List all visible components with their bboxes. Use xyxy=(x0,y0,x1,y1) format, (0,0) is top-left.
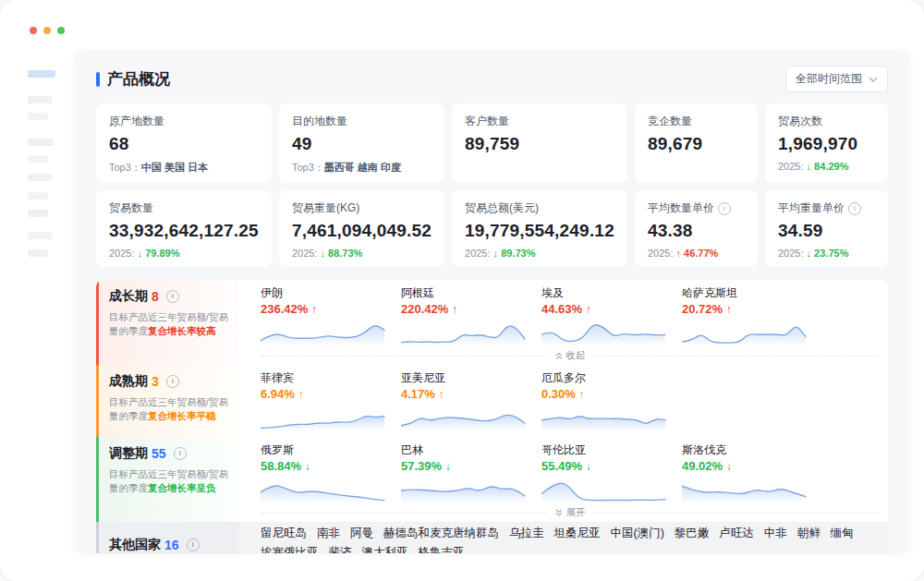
section-adjust: 调整期 55i目标产品近三年贸易额/贸易量的季度复合增长率呈负俄罗斯58.84%… xyxy=(96,437,888,522)
sidebar-skeleton-item[interactable] xyxy=(28,70,55,78)
other-country[interactable]: 黎巴嫩 xyxy=(675,526,710,541)
other-country[interactable]: 缅甸 xyxy=(831,526,854,541)
country-growth-pct: 20.72% ↑ xyxy=(682,301,822,318)
info-icon[interactable]: i xyxy=(848,202,861,215)
other-country[interactable]: 留尼旺岛 xyxy=(261,526,307,541)
dotted-line xyxy=(261,513,547,514)
stat-yoy: 2025: ↓ 79.89% xyxy=(109,248,259,259)
section-count: 8 xyxy=(152,289,159,304)
other-country[interactable]: 阿曼 xyxy=(350,526,373,541)
section-content: 伊朗236.42% ↑阿根廷220.42% ↑埃及44.63% ↑哈萨克斯坦20… xyxy=(238,280,888,365)
expand-link[interactable]: 展开 xyxy=(554,506,586,519)
stat-value: 89,679 xyxy=(648,134,745,154)
info-icon[interactable]: i xyxy=(187,539,200,551)
section-title: 调整期 55i xyxy=(109,445,229,462)
other-country[interactable]: 中国(澳门) xyxy=(611,526,664,541)
country-card[interactable]: 斯洛伐克49.02% ↓ xyxy=(682,442,822,503)
country-card[interactable]: 亚美尼亚4.17% ↑ xyxy=(401,370,541,431)
country-growth-pct: 4.17% ↑ xyxy=(401,386,541,403)
other-country[interactable]: 南非 xyxy=(317,526,340,541)
section-desc: 目标产品近三年贸易额/贸易量的季度复合增长率平稳 xyxy=(109,395,229,423)
sidebar-skeleton-item[interactable] xyxy=(28,139,54,146)
stat-top3: Top3：中国 美国 日本 xyxy=(109,161,259,175)
section-label: 其他国家16i xyxy=(96,522,238,553)
stat-value: 34.59 xyxy=(778,221,875,241)
section-title: 成熟期 3i xyxy=(109,373,229,390)
info-icon[interactable]: i xyxy=(174,447,187,460)
country-card[interactable]: 厄瓜多尔0.30% ↑ xyxy=(541,370,682,431)
sidebar-skeleton-item[interactable] xyxy=(28,249,48,257)
info-icon[interactable]: i xyxy=(166,290,179,303)
stat-label: 平均重量单价i xyxy=(778,200,875,216)
dotted-line xyxy=(593,356,880,357)
stat-label: 原产地数量 xyxy=(109,114,259,129)
section-label: 成长期 8i目标产品近三年贸易额/贸易量的季度复合增长率较高 xyxy=(96,280,238,365)
time-range-select[interactable]: 全部时间范围 xyxy=(785,66,888,92)
country-card[interactable]: 埃及44.63% ↑ xyxy=(541,285,682,346)
chevrons-down-icon xyxy=(554,508,564,517)
trend-sparkline xyxy=(682,319,822,346)
country-card[interactable]: 伊朗236.42% ↑ xyxy=(261,285,401,346)
country-card[interactable]: 俄罗斯58.84% ↓ xyxy=(261,442,401,503)
section-count: 3 xyxy=(152,374,159,389)
main-panel: 产品概况 全部时间范围 原产地数量68Top3：中国 美国 日本目的地数量49T… xyxy=(74,51,910,553)
trend-sparkline xyxy=(261,319,401,346)
country-card[interactable]: 哥伦比亚55.49% ↓ xyxy=(541,442,682,503)
trend-sparkline xyxy=(682,476,822,503)
country-growth-pct: 58.84% ↓ xyxy=(261,458,401,475)
sidebar-skeleton-item[interactable] xyxy=(28,174,52,181)
stat-card-2: 目的地数量49Top3：墨西哥 越南 印度 xyxy=(279,103,444,183)
country-name: 亚美尼亚 xyxy=(401,370,541,385)
country-grid: 菲律宾6.94% ↑亚美尼亚4.17% ↑厄瓜多尔0.30% ↑ xyxy=(261,370,884,431)
stat-card-5: 贸易次数1,969,9702025: ↓ 84.29% xyxy=(765,103,888,183)
other-country[interactable]: 赫德岛和麦克唐纳群岛 xyxy=(383,526,499,541)
country-name: 厄瓜多尔 xyxy=(541,370,682,385)
sidebar-skeleton-item[interactable] xyxy=(28,155,48,163)
stat-yoy: 2025: ↓ 84.29% xyxy=(778,161,875,172)
other-country[interactable]: 朝鲜 xyxy=(797,526,821,541)
other-country[interactable]: 斐济 xyxy=(329,545,352,553)
stat-card-1: 原产地数量68Top3：中国 美国 日本 xyxy=(96,103,272,183)
section-title: 其他国家16i xyxy=(109,537,200,553)
country-growth-pct: 220.42% ↑ xyxy=(401,301,541,318)
trend-sparkline xyxy=(401,404,541,431)
window-zoom-button[interactable] xyxy=(57,27,65,34)
sidebar xyxy=(28,70,67,257)
sidebar-skeleton-item[interactable] xyxy=(28,96,52,103)
country-card[interactable]: 菲律宾6.94% ↑ xyxy=(261,370,401,431)
trend-sparkline xyxy=(401,476,541,503)
other-country[interactable]: 埃塞俄比亚 xyxy=(261,545,319,553)
sidebar-skeleton-item[interactable] xyxy=(28,113,48,120)
country-card[interactable]: 巴林57.39% ↓ xyxy=(401,442,541,503)
stat-yoy: 2025: ↓ 89.73% xyxy=(465,248,614,259)
other-country[interactable]: 中非 xyxy=(764,526,787,541)
info-icon[interactable]: i xyxy=(718,202,731,215)
country-growth-pct: 57.39% ↓ xyxy=(401,458,541,475)
info-icon[interactable]: i xyxy=(166,375,179,388)
country-name: 哥伦比亚 xyxy=(541,442,682,457)
country-card[interactable]: 哈萨克斯坦20.72% ↑ xyxy=(682,285,822,346)
country-name: 阿根廷 xyxy=(401,285,541,300)
sidebar-skeleton-item[interactable] xyxy=(28,210,48,217)
window-close-button[interactable] xyxy=(30,27,37,34)
window-minimize-button[interactable] xyxy=(43,27,51,34)
other-country[interactable]: 格鲁吉亚 xyxy=(419,545,465,553)
section-label: 成熟期 3i目标产品近三年贸易额/贸易量的季度复合增长率平稳 xyxy=(96,365,238,437)
other-country[interactable]: 坦桑尼亚 xyxy=(554,526,601,541)
sidebar-skeleton-item[interactable] xyxy=(28,192,48,200)
sidebar-skeleton-item[interactable] xyxy=(28,232,52,239)
other-country[interactable]: 澳大利亚 xyxy=(362,545,408,553)
dotted-line xyxy=(261,356,547,357)
country-name: 埃及 xyxy=(541,285,682,300)
section-growth: 成长期 8i目标产品近三年贸易额/贸易量的季度复合增长率较高伊朗236.42% … xyxy=(96,280,888,365)
country-name: 俄罗斯 xyxy=(261,442,401,457)
other-country[interactable]: 卢旺达 xyxy=(719,526,754,541)
stat-value: 68 xyxy=(109,134,259,154)
stat-value: 43.38 xyxy=(648,221,745,241)
country-card[interactable]: 阿根廷220.42% ↑ xyxy=(401,285,541,346)
app-window: 产品概况 全部时间范围 原产地数量68Top3：中国 美国 日本目的地数量49T… xyxy=(0,0,924,581)
stat-label: 贸易重量(KG) xyxy=(292,200,432,216)
other-country[interactable]: 乌拉圭 xyxy=(509,526,544,541)
section-content: 留尼旺岛南非阿曼赫德岛和麦克唐纳群岛乌拉圭坦桑尼亚中国(澳门)黎巴嫩卢旺达中非朝… xyxy=(238,522,888,553)
collapse-link[interactable]: 收起 xyxy=(554,349,586,362)
